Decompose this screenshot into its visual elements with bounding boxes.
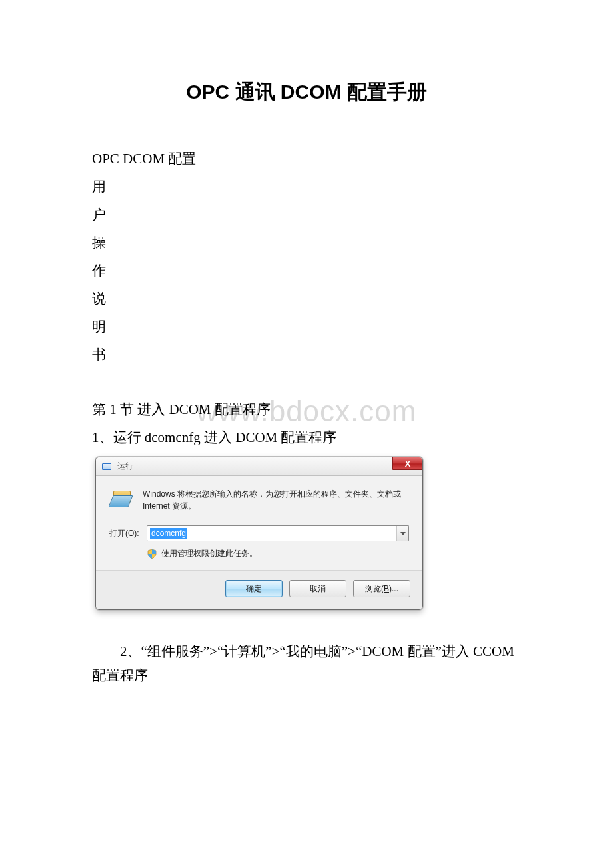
subtitle-line: 用 (92, 173, 521, 201)
subtitle-line: 说 (92, 285, 521, 313)
dialog-description: Windows 将根据您所输入的名称，为您打开相应的程序、文件夹、文档或 Int… (143, 488, 409, 512)
subtitle-line: 操 (92, 229, 521, 257)
browse-button[interactable]: 浏览(B)... (353, 580, 410, 597)
dialog-body: Windows 将根据您所输入的名称，为您打开相应的程序、文件夹、文档或 Int… (96, 476, 422, 570)
run-icon (101, 462, 113, 471)
dialog-titlebar: 运行 X (96, 457, 422, 476)
subtitle-line: 书 (92, 341, 521, 369)
subtitle-line: 作 (92, 257, 521, 285)
open-input-value: dcomcnfg (150, 528, 187, 539)
section-heading: 第 1 节 进入 DCOM 配置程序 (92, 395, 521, 423)
document-title: OPC 通讯 DCOM 配置手册 (92, 79, 521, 106)
step-text: 2、“组件服务”>“计算机”>“我的电脑”>“DCOM 配置”进入 CCOM (92, 639, 521, 663)
shield-icon (147, 549, 157, 559)
open-combobox[interactable]: dcomcnfg (147, 525, 409, 541)
subtitle-line: 明 (92, 313, 521, 341)
close-button[interactable]: X (392, 457, 423, 470)
run-large-icon (109, 488, 136, 509)
dialog-title: 运行 (117, 461, 133, 472)
open-label: 打开(O): (109, 528, 147, 539)
step-text: 1、运行 dcomcnfg 进入 DCOM 配置程序 (92, 423, 521, 451)
cancel-button[interactable]: 取消 (289, 580, 346, 597)
dialog-footer: 确定 取消 浏览(B)... (96, 570, 422, 609)
run-dialog: 运行 X Windows 将根据您所输入的名称，为您打开相应的程序、文件夹、文档… (95, 457, 423, 610)
subtitle-line: 户 (92, 201, 521, 229)
dropdown-arrow-icon[interactable] (396, 526, 408, 541)
admin-note: 使用管理权限创建此任务。 (147, 548, 409, 559)
admin-note-text: 使用管理权限创建此任务。 (161, 548, 257, 559)
open-input[interactable]: dcomcnfg (147, 526, 396, 541)
step-text: 配置程序 (92, 663, 521, 687)
subtitle-line: OPC DCOM 配置 (92, 145, 521, 173)
ok-button[interactable]: 确定 (225, 580, 283, 597)
